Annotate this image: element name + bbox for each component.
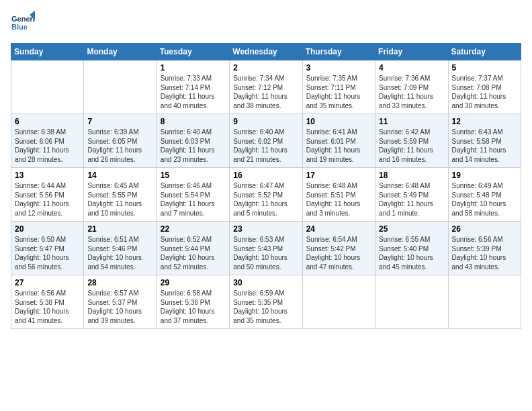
calendar-table: SundayMondayTuesdayWednesdayThursdayFrid… — [11, 43, 521, 329]
calendar-cell: 2Sunrise: 7:34 AM Sunset: 7:12 PM Daylig… — [230, 60, 302, 114]
weekday-header-friday: Friday — [375, 44, 448, 60]
calendar-cell — [11, 60, 84, 114]
day-number: 11 — [379, 117, 444, 126]
calendar-cell: 28Sunrise: 6:57 AM Sunset: 5:37 PM Dayli… — [84, 275, 157, 329]
calendar-cell: 29Sunrise: 6:58 AM Sunset: 5:36 PM Dayli… — [157, 275, 229, 329]
day-info: Sunrise: 6:58 AM Sunset: 5:36 PM Dayligh… — [161, 289, 226, 325]
day-number: 8 — [161, 117, 226, 126]
day-number: 4 — [379, 63, 444, 73]
day-info: Sunrise: 6:51 AM Sunset: 5:46 PM Dayligh… — [87, 235, 152, 271]
logo-icon: General Blue — [11, 11, 35, 35]
calendar-cell — [84, 60, 157, 114]
calendar-cell: 10Sunrise: 6:41 AM Sunset: 6:01 PM Dayli… — [302, 114, 375, 168]
day-number: 22 — [161, 224, 226, 234]
weekday-header-monday: Monday — [84, 44, 157, 60]
day-info: Sunrise: 6:59 AM Sunset: 5:35 PM Dayligh… — [233, 289, 298, 325]
calendar-cell: 13Sunrise: 6:44 AM Sunset: 5:56 PM Dayli… — [11, 168, 84, 222]
day-info: Sunrise: 7:33 AM Sunset: 7:14 PM Dayligh… — [161, 74, 226, 110]
day-number: 20 — [15, 224, 80, 234]
day-number: 25 — [379, 224, 444, 234]
calendar-cell: 20Sunrise: 6:50 AM Sunset: 5:47 PM Dayli… — [11, 222, 84, 275]
day-number: 6 — [15, 117, 80, 126]
day-number: 29 — [161, 278, 226, 287]
day-info: Sunrise: 6:39 AM Sunset: 6:05 PM Dayligh… — [87, 128, 152, 164]
day-number: 24 — [306, 224, 371, 234]
day-info: Sunrise: 6:47 AM Sunset: 5:52 PM Dayligh… — [233, 181, 298, 218]
day-number: 19 — [452, 171, 517, 180]
calendar-week-row: 1Sunrise: 7:33 AM Sunset: 7:14 PM Daylig… — [11, 60, 521, 114]
day-number: 5 — [452, 63, 517, 73]
svg-text:Blue: Blue — [11, 23, 28, 31]
page-header: General Blue — [11, 11, 521, 35]
day-info: Sunrise: 6:49 AM Sunset: 5:48 PM Dayligh… — [452, 181, 517, 218]
day-info: Sunrise: 6:56 AM Sunset: 5:38 PM Dayligh… — [15, 289, 80, 325]
day-info: Sunrise: 6:40 AM Sunset: 6:03 PM Dayligh… — [161, 128, 226, 164]
day-number: 23 — [233, 224, 298, 234]
day-info: Sunrise: 6:56 AM Sunset: 5:39 PM Dayligh… — [452, 235, 517, 271]
day-info: Sunrise: 6:45 AM Sunset: 5:55 PM Dayligh… — [87, 181, 152, 218]
day-info: Sunrise: 7:34 AM Sunset: 7:12 PM Dayligh… — [233, 74, 298, 110]
calendar-cell: 15Sunrise: 6:46 AM Sunset: 5:54 PM Dayli… — [157, 168, 229, 222]
calendar-week-row: 27Sunrise: 6:56 AM Sunset: 5:38 PM Dayli… — [11, 275, 521, 329]
calendar-cell: 23Sunrise: 6:53 AM Sunset: 5:43 PM Dayli… — [230, 222, 302, 275]
calendar-cell: 26Sunrise: 6:56 AM Sunset: 5:39 PM Dayli… — [448, 222, 521, 275]
calendar-cell: 25Sunrise: 6:55 AM Sunset: 5:40 PM Dayli… — [375, 222, 448, 275]
day-number: 18 — [379, 171, 444, 180]
day-number: 13 — [15, 171, 80, 180]
calendar-cell: 4Sunrise: 7:36 AM Sunset: 7:09 PM Daylig… — [375, 60, 448, 114]
day-number: 10 — [306, 117, 371, 126]
day-info: Sunrise: 7:35 AM Sunset: 7:11 PM Dayligh… — [306, 74, 371, 110]
day-info: Sunrise: 6:53 AM Sunset: 5:43 PM Dayligh… — [233, 235, 298, 271]
day-number: 12 — [452, 117, 517, 126]
calendar-cell: 7Sunrise: 6:39 AM Sunset: 6:05 PM Daylig… — [84, 114, 157, 168]
calendar-cell — [448, 275, 521, 329]
day-info: Sunrise: 7:37 AM Sunset: 7:08 PM Dayligh… — [452, 74, 517, 110]
calendar-cell: 17Sunrise: 6:48 AM Sunset: 5:51 PM Dayli… — [302, 168, 375, 222]
calendar-cell: 8Sunrise: 6:40 AM Sunset: 6:03 PM Daylig… — [157, 114, 229, 168]
weekday-header-tuesday: Tuesday — [157, 44, 229, 60]
day-info: Sunrise: 6:40 AM Sunset: 6:02 PM Dayligh… — [233, 128, 298, 164]
day-info: Sunrise: 6:54 AM Sunset: 5:42 PM Dayligh… — [306, 235, 371, 271]
day-number: 2 — [233, 63, 298, 73]
day-number: 27 — [15, 278, 80, 287]
day-number: 28 — [87, 278, 152, 287]
calendar-week-row: 20Sunrise: 6:50 AM Sunset: 5:47 PM Dayli… — [11, 222, 521, 275]
day-info: Sunrise: 6:43 AM Sunset: 5:58 PM Dayligh… — [452, 128, 517, 164]
calendar-cell: 14Sunrise: 6:45 AM Sunset: 5:55 PM Dayli… — [84, 168, 157, 222]
calendar-cell: 1Sunrise: 7:33 AM Sunset: 7:14 PM Daylig… — [157, 60, 229, 114]
day-number: 21 — [87, 224, 152, 234]
calendar-cell: 19Sunrise: 6:49 AM Sunset: 5:48 PM Dayli… — [448, 168, 521, 222]
day-info: Sunrise: 6:38 AM Sunset: 6:06 PM Dayligh… — [15, 128, 80, 164]
calendar-cell: 9Sunrise: 6:40 AM Sunset: 6:02 PM Daylig… — [230, 114, 302, 168]
calendar-cell: 16Sunrise: 6:47 AM Sunset: 5:52 PM Dayli… — [230, 168, 302, 222]
calendar-cell: 27Sunrise: 6:56 AM Sunset: 5:38 PM Dayli… — [11, 275, 84, 329]
calendar-cell: 11Sunrise: 6:42 AM Sunset: 5:59 PM Dayli… — [375, 114, 448, 168]
day-number: 17 — [306, 171, 371, 180]
day-info: Sunrise: 6:48 AM Sunset: 5:49 PM Dayligh… — [379, 181, 444, 218]
day-info: Sunrise: 6:44 AM Sunset: 5:56 PM Dayligh… — [15, 181, 80, 218]
day-info: Sunrise: 6:52 AM Sunset: 5:44 PM Dayligh… — [161, 235, 226, 271]
calendar-cell: 18Sunrise: 6:48 AM Sunset: 5:49 PM Dayli… — [375, 168, 448, 222]
calendar-cell: 30Sunrise: 6:59 AM Sunset: 5:35 PM Dayli… — [230, 275, 302, 329]
day-info: Sunrise: 6:50 AM Sunset: 5:47 PM Dayligh… — [15, 235, 80, 271]
day-number: 14 — [87, 171, 152, 180]
day-info: Sunrise: 6:55 AM Sunset: 5:40 PM Dayligh… — [379, 235, 444, 271]
day-number: 16 — [233, 171, 298, 180]
day-info: Sunrise: 6:42 AM Sunset: 5:59 PM Dayligh… — [379, 128, 444, 164]
logo: General Blue — [11, 11, 38, 35]
calendar-header-row: SundayMondayTuesdayWednesdayThursdayFrid… — [11, 44, 521, 60]
day-number: 1 — [161, 63, 226, 73]
day-number: 3 — [306, 63, 371, 73]
calendar-cell: 12Sunrise: 6:43 AM Sunset: 5:58 PM Dayli… — [448, 114, 521, 168]
weekday-header-saturday: Saturday — [448, 44, 521, 60]
day-info: Sunrise: 6:57 AM Sunset: 5:37 PM Dayligh… — [87, 289, 152, 325]
calendar-cell — [302, 275, 375, 329]
day-number: 30 — [233, 278, 298, 287]
calendar-cell: 22Sunrise: 6:52 AM Sunset: 5:44 PM Dayli… — [157, 222, 229, 275]
day-info: Sunrise: 6:46 AM Sunset: 5:54 PM Dayligh… — [161, 181, 226, 218]
weekday-header-wednesday: Wednesday — [230, 44, 302, 60]
calendar-cell: 21Sunrise: 6:51 AM Sunset: 5:46 PM Dayli… — [84, 222, 157, 275]
calendar-week-row: 6Sunrise: 6:38 AM Sunset: 6:06 PM Daylig… — [11, 114, 521, 168]
calendar-cell: 3Sunrise: 7:35 AM Sunset: 7:11 PM Daylig… — [302, 60, 375, 114]
weekday-header-thursday: Thursday — [302, 44, 375, 60]
